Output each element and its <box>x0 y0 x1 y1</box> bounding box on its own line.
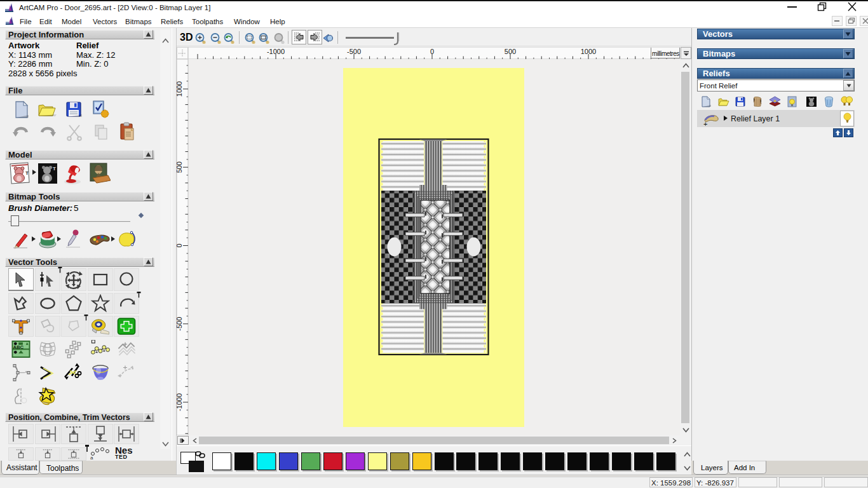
svg-text:+: + <box>703 120 707 126</box>
svg-text:-500: -500 <box>347 48 361 55</box>
svg-text:ABC: ABC <box>13 344 24 350</box>
svg-text:a: a <box>90 455 93 460</box>
svg-text:-1000: -1000 <box>267 48 285 55</box>
svg-text:0: 0 <box>177 243 183 247</box>
svg-text:1000: 1000 <box>177 81 183 97</box>
svg-text:1000: 1000 <box>581 48 596 55</box>
svg-text:-500: -500 <box>177 317 183 331</box>
svg-text:0: 0 <box>430 48 434 55</box>
svg-text:500: 500 <box>177 161 183 173</box>
svg-text:T: T <box>25 170 29 176</box>
svg-text:-1000: -1000 <box>177 393 183 411</box>
svg-text:500: 500 <box>505 48 516 55</box>
svg-text:T: T <box>53 166 56 172</box>
